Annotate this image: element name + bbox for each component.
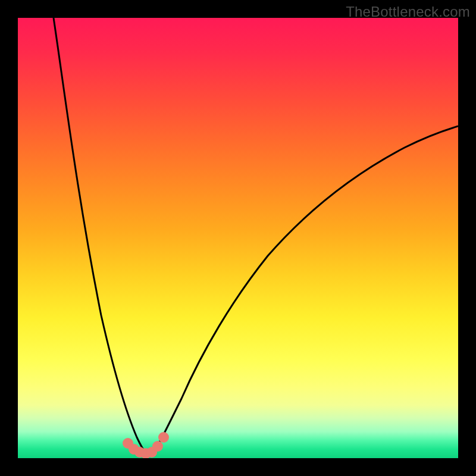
marker-dot bbox=[158, 432, 169, 443]
watermark-text: TheBottleneck.com bbox=[346, 4, 470, 20]
chart-plot-area bbox=[18, 18, 458, 458]
marker-dot bbox=[152, 441, 163, 452]
bottleneck-curve bbox=[18, 18, 458, 458]
marker-group bbox=[123, 432, 169, 458]
curve-right bbox=[152, 126, 458, 453]
curve-left bbox=[54, 18, 148, 455]
